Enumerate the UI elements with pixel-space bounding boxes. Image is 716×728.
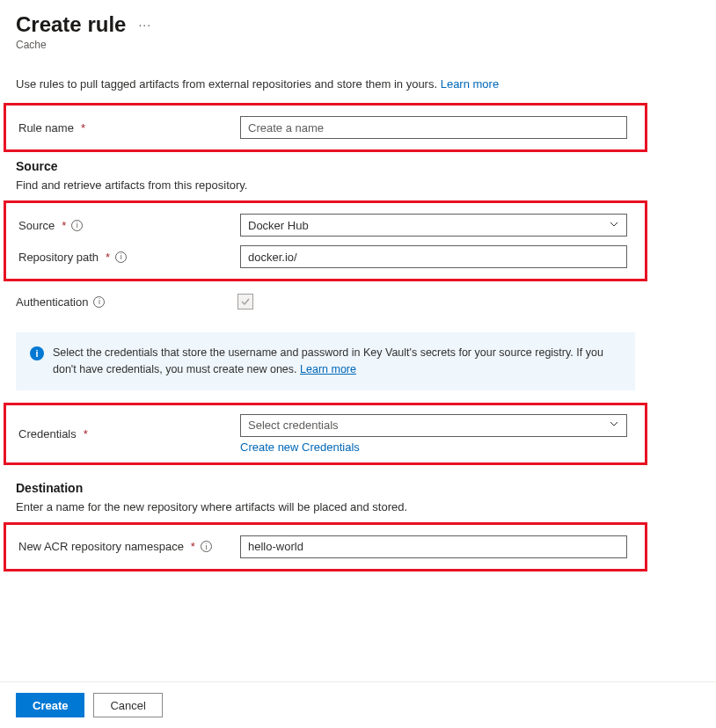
source-group: Source* i Docker Hub Repository path* i bbox=[4, 200, 647, 281]
source-value: Docker Hub bbox=[248, 219, 309, 232]
required-indicator: * bbox=[84, 427, 88, 440]
acr-namespace-input[interactable] bbox=[240, 535, 627, 558]
footer: Create Cancel bbox=[0, 681, 716, 728]
destination-section: Destination Enter a name for the new rep… bbox=[16, 481, 700, 513]
info-icon[interactable]: i bbox=[93, 296, 105, 308]
cancel-button[interactable]: Cancel bbox=[93, 693, 162, 717]
repo-path-label: Repository path bbox=[18, 251, 99, 264]
create-credentials-link[interactable]: Create new Credentials bbox=[240, 440, 360, 454]
credentials-placeholder: Select credentials bbox=[248, 419, 339, 432]
destination-group: New ACR repository namespace* i bbox=[4, 522, 647, 571]
page-title: Create rule bbox=[16, 12, 126, 37]
info-banner-icon: i bbox=[30, 346, 44, 360]
auth-checkbox[interactable] bbox=[237, 294, 253, 309]
required-indicator: * bbox=[191, 540, 195, 553]
destination-desc: Enter a name for the new repository wher… bbox=[16, 500, 700, 513]
info-icon[interactable]: i bbox=[115, 251, 127, 263]
source-select[interactable]: Docker Hub bbox=[240, 214, 627, 237]
destination-heading: Destination bbox=[16, 481, 700, 495]
credentials-group: Credentials* Select credentials Create n… bbox=[4, 403, 647, 465]
credentials-info-banner: i Select the credentials that store the … bbox=[16, 332, 635, 390]
required-indicator: * bbox=[106, 251, 110, 264]
info-icon[interactable]: i bbox=[201, 541, 212, 552]
chevron-down-icon bbox=[609, 419, 619, 432]
auth-label: Authentication bbox=[16, 295, 88, 309]
learn-more-link[interactable]: Learn more bbox=[441, 77, 499, 91]
more-icon[interactable]: ··· bbox=[138, 18, 151, 31]
rule-name-input[interactable] bbox=[240, 116, 627, 139]
source-desc: Find and retrieve artifacts from this re… bbox=[16, 178, 700, 192]
required-indicator: * bbox=[81, 121, 85, 135]
info-icon[interactable]: i bbox=[71, 220, 83, 231]
chevron-down-icon bbox=[609, 219, 619, 232]
source-heading: Source bbox=[16, 159, 700, 173]
credentials-label: Credentials bbox=[18, 427, 77, 440]
acr-namespace-label: New ACR repository namespace bbox=[18, 540, 184, 553]
breadcrumb: Cache bbox=[16, 39, 700, 51]
required-indicator: * bbox=[62, 219, 66, 232]
credentials-select[interactable]: Select credentials bbox=[240, 414, 627, 437]
source-label: Source bbox=[18, 219, 55, 232]
rule-name-label: Rule name bbox=[18, 121, 74, 135]
source-section: Source Find and retrieve artifacts from … bbox=[16, 159, 700, 192]
repo-path-input[interactable] bbox=[240, 245, 627, 268]
intro-text: Use rules to pull tagged artifacts from … bbox=[16, 77, 700, 91]
create-button[interactable]: Create bbox=[16, 693, 84, 717]
banner-learn-more-link[interactable]: Learn more bbox=[300, 363, 356, 375]
intro-body: Use rules to pull tagged artifacts from … bbox=[16, 77, 441, 91]
rule-name-group: Rule name* bbox=[4, 103, 647, 152]
